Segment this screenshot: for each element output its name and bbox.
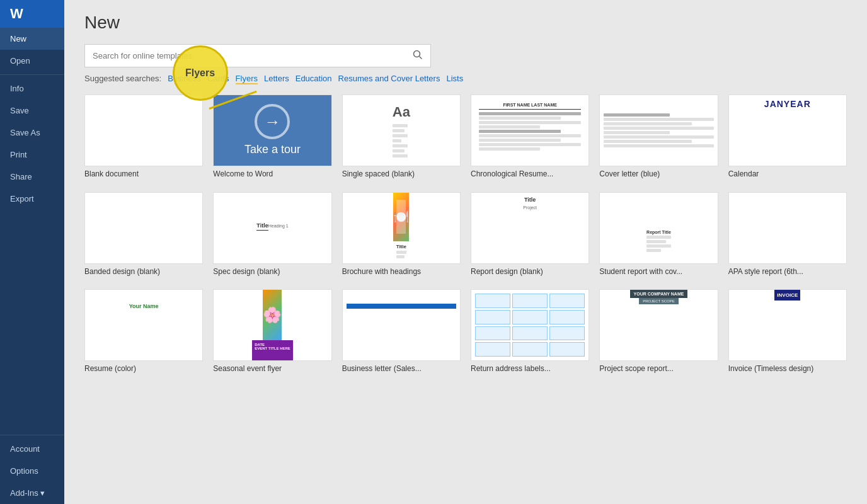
sidebar-item-info[interactable]: Info (0, 77, 64, 100)
template-label-tour: Welcome to Word (213, 169, 331, 180)
suggested-flyers[interactable]: Flyers (236, 74, 258, 84)
chrono-content: FIRST NAME LAST NAME (475, 99, 585, 162)
search-button[interactable] (405, 45, 430, 67)
brochure-title-line: Title (396, 244, 406, 249)
brochure-text-area: Title (394, 241, 409, 263)
invoice-row (786, 322, 789, 324)
single-aa: Aa (393, 104, 410, 120)
template-label-seasonal: Seasonal event flyer (213, 364, 331, 374)
doc-line (393, 129, 405, 132)
invoice-row (786, 311, 789, 313)
template-report-blank[interactable]: Title Project Report design (blank) (471, 192, 589, 277)
sidebar-item-share[interactable]: Share (0, 166, 64, 188)
search-input[interactable] (85, 46, 405, 66)
sidebar-item-print[interactable]: Print (0, 144, 64, 166)
single-content: Aa (388, 99, 415, 163)
sidebar-item-save-as[interactable]: Save As (0, 122, 64, 144)
doc-line (604, 118, 713, 121)
invoice-header: INVOICE (774, 290, 800, 301)
invoice-row (786, 318, 789, 321)
doc-line (393, 144, 408, 147)
label-cell (512, 310, 548, 324)
templates-grid: Blank document → Take a tour Welcome to … (84, 94, 847, 374)
sidebar-item-open[interactable]: Open (0, 50, 64, 72)
tour-text: Take a tour (244, 143, 301, 157)
template-thumb-spec: Title Heading 1 (213, 192, 331, 264)
sidebar-item-new[interactable]: New (0, 28, 64, 50)
calendar-header-text: JANYEAR (764, 99, 811, 109)
banded-content (140, 205, 147, 263)
doc-line (396, 255, 405, 258)
suggested-education[interactable]: Education (296, 74, 332, 83)
template-business-letter[interactable]: Business letter (Sales... (342, 289, 461, 374)
template-student-report[interactable]: Report Title Student report with cov... (599, 192, 718, 277)
template-project-scope[interactable]: YOUR COMPANY NAME PROJECT SCOPE Project … (599, 289, 718, 374)
suggested-lists[interactable]: Lists (446, 74, 463, 83)
biz-header (347, 304, 456, 309)
template-cover-letter[interactable]: Cover letter (blue) (599, 94, 718, 180)
template-tour[interactable]: → Take a tour Welcome to Word (213, 94, 331, 180)
template-thumb-report: Title Project (471, 192, 589, 264)
template-label-resume-color: Resume (color) (84, 364, 203, 374)
template-resume-color[interactable]: Your Name Resume (color) (84, 289, 203, 374)
labels-grid (475, 294, 585, 357)
doc-line (604, 144, 713, 147)
sidebar-divider-bottom (0, 435, 64, 435)
sidebar-item-account[interactable]: Account (0, 438, 64, 460)
template-thumb-calendar: JANYEAR (728, 94, 847, 166)
seasonal-img: 🌸 (263, 290, 282, 340)
tour-arrow-icon: → (255, 104, 290, 139)
label-cell (549, 342, 585, 357)
svg-point-0 (414, 51, 420, 57)
sidebar-item-add-ins[interactable]: Add-Ins ▾ (0, 482, 64, 504)
template-brochure[interactable]: 🍽️ Title Brochure with headings (342, 192, 461, 277)
label-cell (549, 294, 585, 308)
template-label-banded: Banded design (blank) (84, 267, 203, 277)
template-invoice[interactable]: INVOICE (728, 289, 847, 374)
template-single-spaced[interactable]: Aa Single spaced (blank) (342, 94, 461, 180)
template-return-labels[interactable]: Return address labels... (471, 289, 589, 374)
sidebar-item-save[interactable]: Save (0, 100, 64, 122)
template-label-project: Project scope report... (599, 364, 718, 374)
doc-line (393, 149, 405, 152)
suggested-business[interactable]: Business (168, 74, 201, 83)
sidebar-item-export[interactable]: Export (0, 188, 64, 210)
doc-line (604, 135, 713, 139)
template-spec[interactable]: Title Heading 1 Spec design (blank) (213, 192, 331, 277)
template-thumb-tour: → Take a tour (213, 94, 331, 166)
suggested-label: Suggested searches: (84, 74, 161, 83)
chrono-first-name: FIRST NAME LAST NAME (479, 103, 581, 107)
svg-line-1 (420, 57, 422, 59)
template-calendar[interactable]: JANYEAR (728, 94, 847, 180)
sidebar-item-options[interactable]: Options (0, 460, 64, 482)
template-label-return-labels: Return address labels... (471, 364, 589, 374)
single-lines (393, 124, 408, 158)
template-blank[interactable]: Blank document (84, 94, 203, 180)
blank-doc-lines (85, 99, 141, 163)
template-seasonal[interactable]: 🌸 DATE EVENT TITLE HERE Seasonal event f… (213, 289, 331, 374)
template-thumb-student: Report Title (599, 192, 718, 264)
doc-line (604, 122, 691, 125)
template-thumb-chrono: FIRST NAME LAST NAME (471, 94, 589, 166)
student-report-title: Report Title (646, 230, 671, 234)
template-apa[interactable]: APA style report (6th... (728, 192, 847, 277)
template-label-chrono: Chronological Resume... (471, 169, 589, 180)
suggested-resumes[interactable]: Resumes and Cover Letters (338, 74, 440, 83)
doc-line (479, 134, 581, 137)
doc-line (646, 249, 661, 252)
doc-line (479, 117, 561, 120)
template-banded[interactable]: Banded design (blank) (84, 192, 203, 277)
suggested-cards[interactable]: Cards (207, 74, 229, 83)
resume-name: Your Name (129, 303, 159, 309)
template-chrono-resume[interactable]: FIRST NAME LAST NAME Chronol (471, 94, 589, 180)
suggested-letters[interactable]: Letters (264, 74, 289, 83)
report-project-text: Project (523, 205, 537, 210)
template-thumb-resume-color: Your Name (84, 289, 203, 361)
main-content: New Suggested searches: Business Cards F… (64, 0, 867, 504)
seasonal-event: EVENT TITLE HERE (255, 346, 290, 350)
sidebar-bottom: Account Options Add-Ins ▾ (0, 432, 64, 504)
doc-line (479, 147, 540, 151)
doc-line (479, 130, 561, 133)
doc-line (393, 154, 408, 158)
template-label-single: Single spaced (blank) (342, 169, 461, 180)
